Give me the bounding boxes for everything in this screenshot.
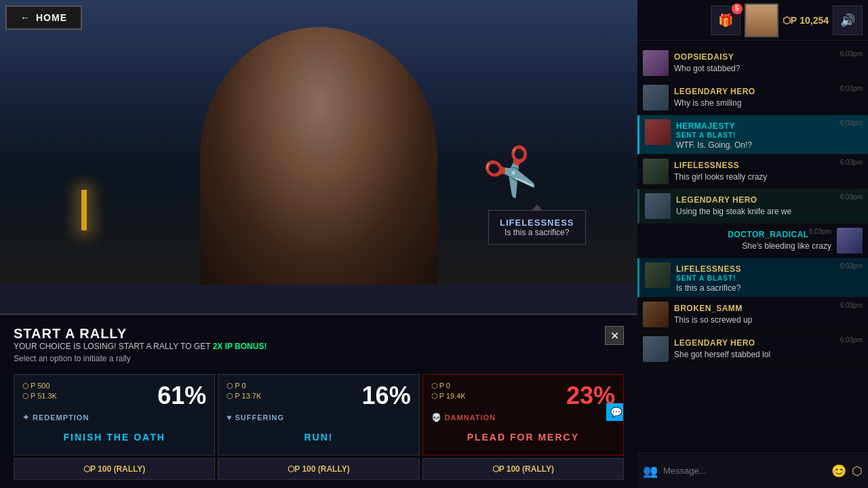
ip-top-redemption: ⬡P 500 xyxy=(22,382,57,390)
rally-cost-row: ⬡P 100 (RALLY) ⬡P 100 (RALLY) ⬡P 100 (RA… xyxy=(14,458,624,480)
gift-button[interactable]: 🎁 5 xyxy=(711,5,741,35)
time-legendary1: 6:03pm xyxy=(840,85,863,92)
rally-header: START A RALLY YOUR CHOICE IS LOSING! STA… xyxy=(14,326,624,371)
gift-icon: 🎁 xyxy=(718,13,733,28)
game-video: ✂️ LIFELESSNESS Is this a sacrifice? xyxy=(0,0,637,285)
user-avatar[interactable] xyxy=(745,3,778,37)
ip-send-button[interactable]: ⬡ xyxy=(852,464,863,479)
avatar-doctor xyxy=(837,228,863,253)
chat-content-legendary1: LEGENDARY HERO 6:03pm Why is she smiling xyxy=(674,85,863,108)
text-legendary2: Using the big steak knife are we xyxy=(676,207,863,216)
suffering-icon: ♥ xyxy=(226,413,232,422)
damnation-action-btn[interactable]: PLEAD FOR MERCY xyxy=(431,426,615,448)
option-damnation[interactable]: ⬡P 0 ⬡P 19.4K 23% 💀 DAMNATION PLEAD FOR … xyxy=(422,374,624,455)
username-doctor: DOCTOR_RADICAL xyxy=(728,230,808,239)
notification-badge: 5 xyxy=(732,3,743,14)
rally-title: START A RALLY xyxy=(14,326,267,342)
chat-message-legendary2: LEGENDARY HERO 6:03pm Using the big stea… xyxy=(637,189,868,224)
volume-button[interactable]: 🔊 xyxy=(833,5,863,35)
ip-bottom-redemption: ⬡P 51.3K xyxy=(22,392,57,401)
rally-subtitle: YOUR CHOICE IS LOSING! START A RALLY TO … xyxy=(14,342,267,351)
avatar-img-oopsiedaisy xyxy=(643,50,669,76)
option-redemption[interactable]: ⬡P 500 ⬡P 51.3K 61% ✦ REDEMPTION FINISH … xyxy=(14,374,215,455)
username-hermajesty: HERMAJESTY xyxy=(676,121,735,131)
redemption-action-btn[interactable]: FINISH THE OATH xyxy=(22,426,206,448)
chat-content-legendary3: LEGENDARY HERO 6:03pm She got herself st… xyxy=(674,336,863,359)
text-legendary3: She got herself stabbed lol xyxy=(674,350,863,359)
avatar-lifelessness1 xyxy=(643,159,669,184)
username-legendary1: LEGENDARY HERO xyxy=(674,87,755,96)
user-bar: 🎁 5 ⬡P 10,254 🔊 xyxy=(637,0,868,41)
rally-close-button[interactable]: ✕ xyxy=(605,326,624,345)
chat-sidebar: 🎁 5 ⬡P 10,254 🔊 OOPSIEDAISY 6:03pm Who g… xyxy=(637,0,868,488)
emoji-button[interactable]: 😊 xyxy=(831,464,846,479)
percent-redemption: 61% xyxy=(157,382,206,410)
option-type-damnation: 💀 DAMNATION xyxy=(431,413,615,422)
time-hermajesty: 6:03pm xyxy=(840,119,863,127)
time-lifelessness2: 6:03pm xyxy=(840,262,863,270)
chat-message-lifelessness2: LIFELESSNESS 6:03pm SENT A BLAST! Is thi… xyxy=(637,258,868,298)
text-doctor: She's bleeding like crazy xyxy=(643,241,831,251)
character-tooltip: LIFELESSNESS Is this a sacrifice? xyxy=(488,210,586,245)
message-input[interactable] xyxy=(663,466,826,476)
rally-cost-btn-suffering[interactable]: ⬡P 100 (RALLY) xyxy=(218,458,419,480)
ip-info-damnation: ⬡P 0 ⬡P 19.4K xyxy=(431,382,466,401)
chat-message-oopsiedaisy: OOPSIEDAISY 6:03pm Who got stabbed? xyxy=(637,46,868,81)
avatar-img-lifelessness1 xyxy=(643,159,669,184)
text-lifelessness2: Is this a sacrifice? xyxy=(676,283,863,293)
ip-bottom-suffering: ⬡P 13.7K xyxy=(226,392,261,401)
text-hermajesty: WTF. Is. Going. On!? xyxy=(676,140,863,150)
avatar-oopsiedaisy xyxy=(643,50,669,76)
ip-top-suffering: ⬡P 0 xyxy=(226,382,261,390)
avatar-image xyxy=(746,5,777,36)
avatar-broken xyxy=(643,302,669,327)
rally-cost-btn-redemption[interactable]: ⬡P 100 (RALLY) xyxy=(14,458,215,480)
username-lifelessness1: LIFELESSNESS xyxy=(674,161,739,170)
users-icon[interactable]: 👥 xyxy=(643,464,658,479)
chat-content-hermajesty: HERMAJESTY 6:03pm SENT A BLAST! WTF. Is.… xyxy=(676,119,863,150)
chat-bubble-icon: 💬 xyxy=(606,403,624,421)
tooltip-username: LIFELESSNESS xyxy=(500,218,574,228)
volume-icon: 🔊 xyxy=(840,13,855,28)
blast-label-lifelessness2: SENT A BLAST! xyxy=(676,274,863,282)
username-legendary2: LEGENDARY HERO xyxy=(676,195,757,205)
rally-cost-btn-damnation[interactable]: ⬡P 100 (RALLY) xyxy=(422,458,624,480)
text-legendary1: Why is she smiling xyxy=(674,98,863,108)
avatar-img-doctor xyxy=(837,228,863,253)
avatar-img-legendary2 xyxy=(645,193,671,219)
back-arrow-icon: ← xyxy=(20,12,31,23)
ip-info-suffering: ⬡P 0 ⬡P 13.7K xyxy=(226,382,261,401)
text-broken: This is so screwed up xyxy=(674,315,863,325)
redemption-icon: ✦ xyxy=(22,413,30,422)
avatar-img-legendary1 xyxy=(643,85,669,110)
rally-header-text: START A RALLY YOUR CHOICE IS LOSING! STA… xyxy=(14,326,267,371)
chat-input-area: 👥 😊 ⬡ xyxy=(637,453,868,488)
avatar-lifelessness2 xyxy=(645,262,671,288)
option-type-redemption: ✦ REDEMPTION xyxy=(22,413,206,422)
avatar-legendary3 xyxy=(643,336,669,362)
username-oopsiedaisy: OOPSIEDAISY xyxy=(674,52,734,62)
suffering-action-btn[interactable]: RUN! xyxy=(226,426,410,448)
avatar-hermajesty xyxy=(645,119,671,145)
avatar-img-legendary3 xyxy=(643,336,669,362)
username-legendary3: LEGENDARY HERO xyxy=(674,338,755,348)
home-button[interactable]: ← HOME xyxy=(5,5,82,30)
chat-message-legendary3: LEGENDARY HERO 6:03pm She got herself st… xyxy=(637,332,868,367)
rally-bonus: 2X IP BONUS! xyxy=(213,342,267,351)
option-type-suffering: ♥ SUFFERING xyxy=(226,413,410,422)
rally-subtitle-prefix: YOUR CHOICE IS LOSING! START A RALLY TO … xyxy=(14,342,213,351)
home-label: HOME xyxy=(36,12,67,23)
damnation-label: DAMNATION xyxy=(445,413,496,422)
ip-top-damnation: ⬡P 0 xyxy=(431,382,466,390)
chat-content-oopsiedaisy: OOPSIEDAISY 6:03pm Who got stabbed? xyxy=(674,50,863,73)
avatar-img-hermajesty xyxy=(645,119,671,145)
option-damnation-top: ⬡P 0 ⬡P 19.4K 23% xyxy=(431,382,615,410)
text-oopsiedaisy: Who got stabbed? xyxy=(674,64,863,73)
chat-message-broken: BROKEN_SAMM 6:03pm This is so screwed up xyxy=(637,298,868,332)
options-row: ⬡P 500 ⬡P 51.3K 61% ✦ REDEMPTION FINISH … xyxy=(14,374,624,455)
tooltip-message: Is this a sacrifice? xyxy=(500,228,574,237)
option-suffering[interactable]: ⬡P 0 ⬡P 13.7K 16% ♥ SUFFERING RUN! xyxy=(218,374,419,455)
tooltip-arrow xyxy=(532,204,542,211)
ip-bottom-damnation: ⬡P 19.4K xyxy=(431,392,466,401)
text-lifelessness1: This girl looks really crazy xyxy=(674,172,863,182)
